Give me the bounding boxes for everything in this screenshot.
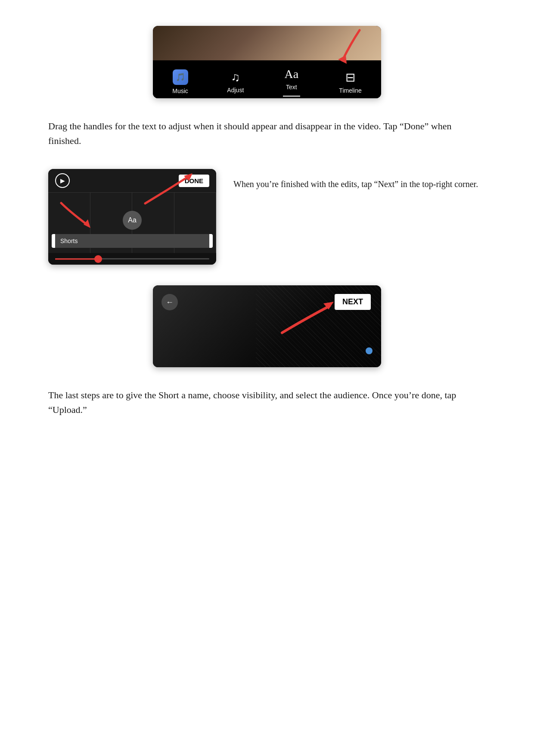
- toolbar-item-timeline[interactable]: ⊟ Timeline: [339, 70, 361, 94]
- track-label: Shorts: [60, 237, 78, 244]
- svg-marker-0: [338, 55, 347, 64]
- side-text: When you’re finished with the edits, tap…: [233, 169, 486, 191]
- scrubber-row: [48, 253, 216, 265]
- arrow-next: [273, 294, 342, 337]
- arrow-done: [132, 169, 201, 208]
- back-button[interactable]: ←: [161, 294, 178, 310]
- timeline-screenshot: ▶ DONE Aa S: [48, 169, 216, 265]
- timeline-top-bar: ▶ DONE: [48, 169, 216, 193]
- toolbar-item-music[interactable]: 🎵 Music: [172, 69, 188, 94]
- play-icon: ▶: [60, 177, 65, 184]
- toolbar-timeline-label: Timeline: [339, 87, 361, 94]
- next-button[interactable]: NEXT: [335, 294, 371, 310]
- toolbar-screenshot: 🎵 Music ♫ Adjust Aa Text ⊟ Timeline: [153, 26, 381, 98]
- toolbar-music-label: Music: [172, 87, 188, 94]
- play-button[interactable]: ▶: [55, 173, 70, 188]
- track-handle-right: [209, 234, 213, 248]
- timeline-icon: ⊟: [345, 70, 355, 84]
- toolbar-item-adjust[interactable]: ♫ Adjust: [227, 70, 244, 94]
- toolbar-text-label: Text: [286, 84, 297, 91]
- toolbar-item-text[interactable]: Aa Text: [283, 67, 300, 97]
- paragraph-1: Drag the handles for the text to adjust …: [48, 119, 486, 148]
- track-handle-left: [52, 234, 55, 248]
- svg-marker-2: [84, 219, 90, 228]
- text-track-bar: Shorts: [52, 234, 213, 248]
- toolbar-adjust-label: Adjust: [227, 87, 244, 94]
- music-icon: 🎵: [173, 69, 188, 85]
- aa-badge: Aa: [123, 211, 142, 230]
- scrubber-dot[interactable]: [94, 255, 102, 263]
- toolbar-row: 🎵 Music ♫ Adjust Aa Text ⊟ Timeline: [153, 60, 381, 98]
- back-icon: ←: [166, 298, 174, 307]
- paragraph-2: The last steps are to give the Short a n…: [48, 388, 486, 417]
- adjust-icon: ♫: [231, 70, 240, 84]
- scrubber-track[interactable]: [55, 258, 209, 259]
- scrubber-progress: [55, 258, 98, 259]
- arrow-handle: [53, 199, 100, 229]
- arrow-timeline: [325, 26, 368, 65]
- text-icon: Aa: [284, 67, 298, 81]
- next-screenshot: ← NEXT: [153, 285, 381, 367]
